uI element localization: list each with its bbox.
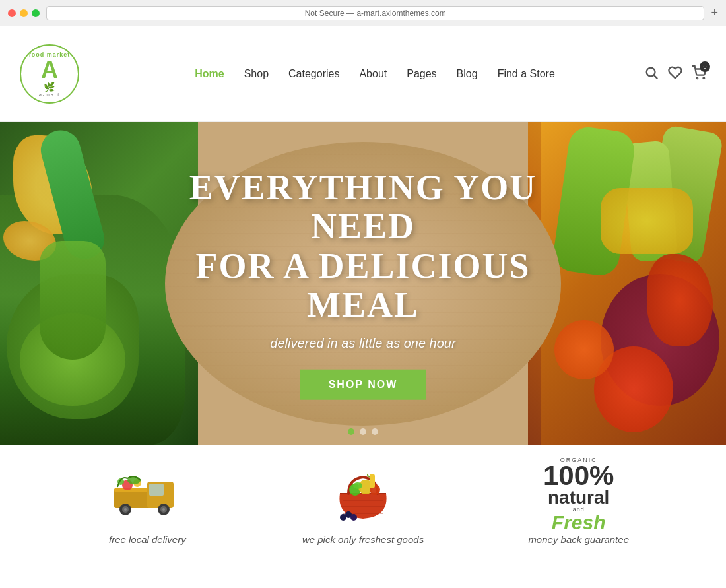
fresh-word: Fresh [552,513,606,533]
header: food market A 🌿 a-mart Home Shop Categor… [0,26,726,122]
delivery-label: free local delivery [109,534,186,545]
nav-item-shop[interactable]: Shop [244,68,269,80]
browser-chrome: Not Secure — a-mart.axiomthemes.com + [0,0,726,26]
svg-point-10 [124,508,127,511]
main-nav: Home Shop Categories About Pages Blog Fi… [106,68,644,80]
slider-dots [348,428,378,435]
header-icons: 0 [644,65,706,83]
nav-item-home[interactable]: Home [195,68,224,80]
svg-point-13 [162,508,165,511]
basket-label: we pick only freshest goods [302,534,424,545]
address-bar[interactable]: Not Secure — a-mart.axiomthemes.com [46,6,704,20]
new-tab-button[interactable]: + [711,6,718,20]
cart-count-badge: 0 [700,61,710,72]
svg-point-27 [350,514,357,521]
svg-point-0 [647,67,655,76]
cart-button[interactable]: 0 [692,65,706,83]
feature-delivery: free local delivery [40,465,255,545]
natural-label: money back guarantee [528,534,629,545]
slider-dot-1[interactable] [348,428,354,435]
logo-letter: A [41,58,58,82]
search-button[interactable] [644,65,659,83]
logo-circle: food market A 🌿 a-mart [20,44,79,104]
hero-banner: EVERYTHING YOU NEED FOR A DELICIOUS MEAL… [0,122,726,445]
website: food market A 🌿 a-mart Home Shop Categor… [0,26,726,588]
logo[interactable]: food market A 🌿 a-mart [20,44,79,104]
svg-line-1 [654,75,657,79]
minimize-button[interactable] [20,9,28,17]
leaf-icon: 🌿 [44,82,55,92]
delivery-icon [111,465,183,525]
nav-item-blog[interactable]: Blog [457,68,478,80]
feature-natural: ORGANIC 100% natural and Fresh money bac… [471,465,686,545]
svg-point-3 [703,77,704,79]
maximize-button[interactable] [32,9,40,17]
hero-subheadline: delivered in as little as one hour [182,335,544,350]
slider-dot-3[interactable] [372,428,378,435]
svg-point-2 [696,77,698,79]
basket-icon [327,465,399,525]
nav-item-find-a-store[interactable]: Find a Store [498,68,555,80]
hero-content: EVERYTHING YOU NEED FOR A DELICIOUS MEAL… [182,168,544,400]
svg-point-24 [353,482,362,489]
svg-rect-7 [149,484,164,496]
hero-headline: EVERYTHING YOU NEED FOR A DELICIOUS MEAL [182,168,544,325]
svg-rect-28 [370,474,375,488]
nav-item-about[interactable]: About [359,68,387,80]
slider-dot-2[interactable] [360,428,366,435]
close-button[interactable] [8,9,16,17]
natural-badge-icon: ORGANIC 100% natural and Fresh [543,465,615,525]
wishlist-button[interactable] [668,65,682,83]
feature-basket: we pick only freshest goods [255,465,471,545]
natural-badge-content: ORGANIC 100% natural and Fresh [543,457,614,533]
shop-now-button[interactable]: SHOP NOW [300,369,427,399]
logo-text-bottom: a-mart [39,92,60,97]
nav-item-categories[interactable]: Categories [288,68,339,80]
nav-item-pages[interactable]: Pages [407,68,436,80]
truck-svg [111,469,183,521]
hundred-percent: 100% [543,463,614,488]
basket-svg [330,467,396,523]
traffic-lights [8,9,40,17]
features-section: free local delivery [0,445,726,588]
natural-word: natural [548,488,609,507]
